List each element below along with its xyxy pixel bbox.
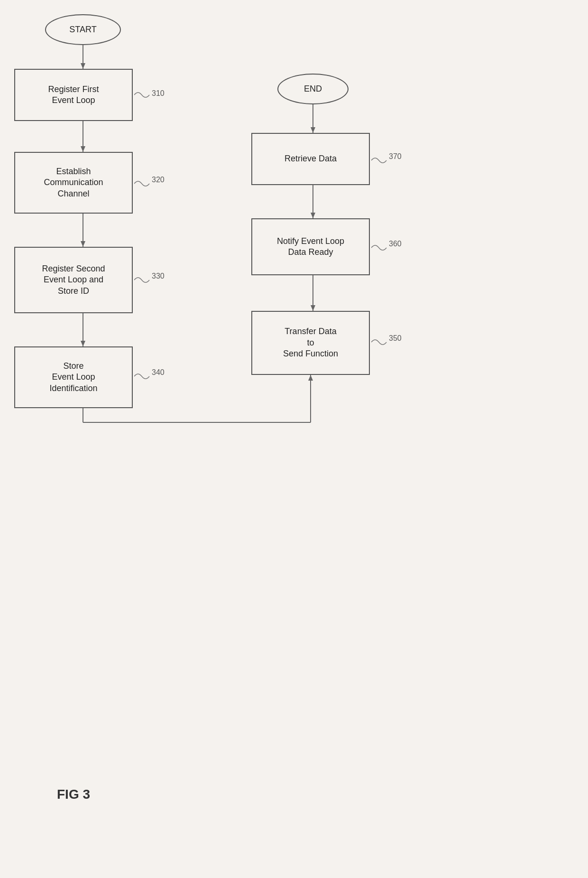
- box-350: Transfer DatatoSend Function: [251, 311, 370, 375]
- box-310: Register FirstEvent Loop: [14, 69, 133, 121]
- ref-340-label: 340: [152, 368, 165, 377]
- svg-marker-7: [81, 341, 85, 346]
- svg-marker-3: [81, 146, 85, 152]
- connectors-svg: [0, 0, 588, 831]
- ref-320-label: 320: [152, 176, 165, 184]
- start-shape: START: [45, 14, 121, 45]
- flowchart-diagram: START Register FirstEvent Loop 310 Estab…: [0, 0, 588, 831]
- ref-360-label: 360: [389, 240, 402, 248]
- box-330-label: Register SecondEvent Loop andStore ID: [42, 263, 105, 297]
- svg-marker-13: [311, 127, 315, 133]
- box-320-label: EstablishCommunicationChannel: [44, 166, 103, 199]
- box-370-label: Retrieve Data: [285, 153, 337, 164]
- svg-marker-17: [311, 305, 315, 311]
- ref-370-label: 370: [389, 152, 402, 161]
- ref-310-label: 310: [152, 89, 165, 98]
- box-320: EstablishCommunicationChannel: [14, 152, 133, 214]
- svg-marker-15: [311, 213, 315, 218]
- box-360: Notify Event LoopData Ready: [251, 218, 370, 275]
- box-310-label: Register FirstEvent Loop: [48, 84, 99, 106]
- end-label: END: [304, 84, 322, 94]
- svg-marker-5: [81, 241, 85, 247]
- svg-marker-11: [308, 375, 313, 381]
- start-label: START: [69, 24, 96, 35]
- figure-label: FIG 3: [57, 787, 90, 802]
- box-370: Retrieve Data: [251, 133, 370, 185]
- box-330: Register SecondEvent Loop andStore ID: [14, 247, 133, 313]
- ref-330-label: 330: [152, 272, 165, 280]
- box-360-label: Notify Event LoopData Ready: [277, 236, 344, 258]
- end-shape: END: [277, 74, 349, 104]
- box-350-label: Transfer DatatoSend Function: [283, 326, 338, 359]
- box-340-label: StoreEvent LoopIdentification: [49, 361, 97, 394]
- ref-350-label: 350: [389, 334, 402, 343]
- svg-marker-1: [81, 63, 85, 69]
- box-340: StoreEvent LoopIdentification: [14, 346, 133, 408]
